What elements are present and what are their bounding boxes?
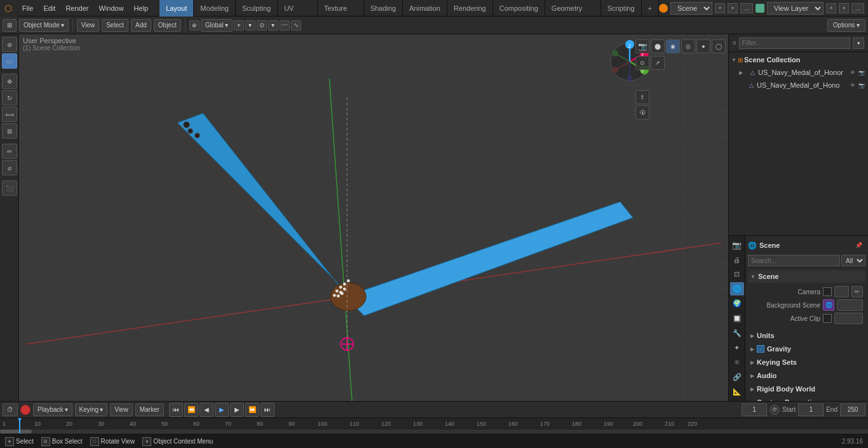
tab-modeling[interactable]: Modeling bbox=[194, 0, 236, 17]
outliner-scene-collection[interactable]: ▼ ⊞ Scene Collection bbox=[729, 53, 868, 66]
tool-transform[interactable]: ⊠ bbox=[2, 123, 17, 139]
tool-measure[interactable]: ⌀ bbox=[2, 160, 17, 175]
props-tab-modifier[interactable]: 🔧 bbox=[730, 327, 744, 340]
tl-marker-btn[interactable]: Marker bbox=[135, 404, 164, 416]
props-tab-object[interactable]: 🔲 bbox=[730, 311, 744, 325]
tab-uv-editing[interactable]: UV Editing bbox=[278, 0, 318, 17]
tl-start-frame[interactable]: 1 bbox=[798, 404, 824, 416]
props-tab-view-layer[interactable]: ⊡ bbox=[730, 268, 744, 281]
proportional-options-btn[interactable]: ▾ bbox=[268, 20, 278, 31]
scene-selector[interactable]: Scene bbox=[670, 2, 712, 15]
scene-remove-btn[interactable]: × bbox=[728, 3, 738, 13]
view-layer-options-btn[interactable]: … bbox=[851, 3, 864, 13]
outliner-filter-btn[interactable]: ▾ bbox=[853, 37, 864, 49]
tool-move[interactable]: ✥ bbox=[2, 74, 17, 89]
add-menu-btn[interactable]: Add bbox=[131, 19, 151, 32]
tool-cursor[interactable]: ⊕ bbox=[2, 37, 17, 52]
props-filter-dropdown[interactable]: All bbox=[841, 255, 865, 266]
tl-prev-frame-btn[interactable]: ◀ bbox=[200, 403, 214, 417]
gravity-section[interactable]: ▶ ✓ Gravity bbox=[748, 343, 865, 355]
tab-layout[interactable]: Layout bbox=[159, 0, 194, 17]
tl-fps-btn[interactable]: ⏱ bbox=[770, 405, 780, 415]
viewport-rendered-btn[interactable]: ◉ bbox=[666, 39, 680, 53]
viewport-fly-btn[interactable]: 🛈 bbox=[635, 105, 649, 119]
tab-animation[interactable]: Animation bbox=[403, 0, 447, 17]
tl-record-btn[interactable] bbox=[20, 405, 31, 415]
timeline-ruler[interactable]: 1 10 20 30 40 50 60 70 80 90 100 110 120… bbox=[0, 418, 868, 433]
object-menu-btn[interactable]: Object bbox=[154, 19, 181, 32]
viewport-camera-btn[interactable]: 📷 bbox=[635, 39, 649, 53]
props-tab-output[interactable]: 🖨 bbox=[730, 253, 744, 266]
scene-add-btn[interactable]: + bbox=[715, 3, 725, 13]
snap-options-btn[interactable]: ▾ bbox=[245, 20, 255, 31]
proportional-btn[interactable]: ⊙ bbox=[257, 20, 267, 31]
menu-edit[interactable]: Edit bbox=[38, 0, 60, 17]
camera-value-btn[interactable] bbox=[834, 286, 849, 297]
editor-type-btn[interactable]: ⊞ bbox=[3, 19, 17, 32]
tl-jump-end-btn[interactable]: ⏭ bbox=[261, 403, 275, 417]
tab-rendering[interactable]: Rendering bbox=[447, 0, 493, 17]
tl-editor-type-btn[interactable]: ⏱ bbox=[3, 404, 18, 416]
tl-next-frame-btn[interactable]: ▶ bbox=[230, 403, 244, 417]
custom-props-section[interactable]: ▶ Custom Properties bbox=[748, 396, 865, 401]
menu-file[interactable]: File bbox=[17, 0, 39, 17]
vis-render-icon2[interactable]: 📷 bbox=[858, 81, 865, 89]
tl-current-frame[interactable]: 1 bbox=[742, 404, 767, 416]
annotations-btn[interactable]: 〰 bbox=[280, 20, 290, 31]
timeline-scrollbar[interactable] bbox=[0, 430, 868, 433]
select-menu-btn[interactable]: Select bbox=[102, 19, 128, 32]
props-search[interactable] bbox=[748, 255, 840, 266]
camera-picker-btn[interactable]: ✏ bbox=[851, 286, 863, 297]
tl-play-btn[interactable]: ▶ bbox=[215, 403, 229, 417]
viewport-gizmos-btn[interactable]: ↗ bbox=[651, 56, 665, 70]
view-layer-remove-btn[interactable]: × bbox=[839, 3, 849, 13]
viewport-area[interactable]: User Perspective (1) Scene Collection X … bbox=[19, 34, 728, 401]
pin-btn[interactable]: 📌 bbox=[855, 240, 865, 250]
viewport-material-btn[interactable]: ◎ bbox=[681, 39, 695, 53]
props-tab-particles[interactable]: ✦ bbox=[730, 341, 744, 355]
view-layer-add-btn[interactable]: + bbox=[826, 3, 836, 13]
vis-hide-icon2[interactable]: 👁 bbox=[849, 81, 857, 89]
props-tab-world[interactable]: 🌍 bbox=[730, 297, 744, 310]
object-mode-btn[interactable]: Object Mode ▾ bbox=[19, 19, 69, 32]
viewport-overlays-btn[interactable]: ⊙ bbox=[635, 56, 649, 70]
tl-prev-keyframe-btn[interactable]: ⏪ bbox=[184, 403, 198, 417]
transform-space-btn[interactable]: Global ▾ bbox=[201, 19, 233, 32]
tab-geometry-nodes[interactable]: Geometry Nodes bbox=[545, 0, 601, 17]
tab-shading[interactable]: Shading bbox=[364, 0, 403, 17]
snap-magnet-btn[interactable]: ⌖ bbox=[234, 20, 244, 31]
vis-hide-icon[interactable]: 👁 bbox=[849, 69, 857, 76]
scene-options-btn[interactable]: … bbox=[740, 3, 753, 13]
rigid-body-section[interactable]: ▶ Rigid Body World bbox=[748, 383, 865, 395]
outliner-item-medal2[interactable]: △ US_Navy_Medal_of_Hono 👁 📷 bbox=[729, 79, 868, 92]
menu-window[interactable]: Window bbox=[93, 0, 128, 17]
props-tab-scene[interactable]: 🌐 bbox=[730, 282, 744, 295]
viewport-walk-btn[interactable]: ⇪ bbox=[635, 90, 649, 104]
vis-render-icon[interactable]: 📷 bbox=[858, 69, 865, 76]
tab-compositing[interactable]: Compositing bbox=[493, 0, 545, 17]
tl-playback-btn[interactable]: Playback ▾ bbox=[33, 404, 72, 416]
tl-end-frame[interactable]: 250 bbox=[840, 404, 865, 416]
tab-sculpting[interactable]: Sculpting bbox=[236, 0, 278, 17]
curves-btn[interactable]: ∿ bbox=[291, 20, 301, 31]
tl-jump-start-btn[interactable]: ⏮ bbox=[169, 403, 183, 417]
background-scene-value-btn[interactable] bbox=[837, 299, 863, 311]
tool-select-box[interactable]: ▭ bbox=[2, 53, 17, 69]
playhead[interactable] bbox=[19, 418, 20, 433]
pivot-btn[interactable]: ⊕ bbox=[189, 20, 200, 31]
tab-add[interactable]: + bbox=[642, 0, 659, 17]
props-tab-constraints[interactable]: 🔗 bbox=[730, 370, 744, 384]
props-tab-render[interactable]: 📷 bbox=[730, 238, 744, 252]
outliner-search[interactable] bbox=[739, 37, 850, 49]
tab-scripting[interactable]: Scripting bbox=[601, 0, 642, 17]
tl-keying-btn[interactable]: Keying ▾ bbox=[75, 404, 108, 416]
menu-render[interactable]: Render bbox=[60, 0, 93, 17]
menu-help[interactable]: Help bbox=[129, 0, 154, 17]
blender-logo[interactable]: ⬡ bbox=[0, 0, 17, 17]
gravity-checkbox[interactable]: ✓ bbox=[757, 345, 764, 353]
tab-texture-paint[interactable]: Texture Paint bbox=[318, 0, 364, 17]
tool-scale[interactable]: ⟺ bbox=[2, 107, 17, 122]
view-menu-btn[interactable]: View bbox=[77, 19, 100, 32]
tool-add-object[interactable]: ⬛ bbox=[2, 180, 17, 196]
units-section[interactable]: ▶ Units bbox=[748, 329, 865, 342]
